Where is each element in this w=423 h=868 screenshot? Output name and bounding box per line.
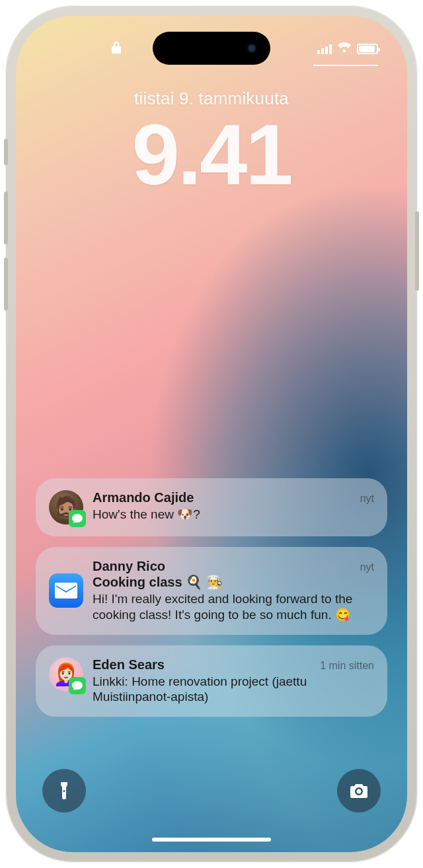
notification-sender: Danny Rico — [93, 559, 165, 574]
notifications-list: 🧔🏽 Armando Cajide nyt How's the new 🐶? — [36, 478, 387, 717]
camera-button[interactable] — [337, 769, 381, 813]
battery-icon — [357, 44, 378, 54]
lock-icon — [111, 41, 122, 57]
quick-actions — [42, 769, 381, 813]
cellular-signal-icon — [317, 44, 332, 54]
notification-item[interactable]: 👩🏻‍🦰 Eden Sears 1 min sitten Linkki: Hom… — [36, 645, 387, 717]
notification-message: Hi! I'm really excited and looking forwa… — [93, 591, 374, 623]
lock-screen[interactable]: tiistai 9. tammikuuta 9.41 🧔🏽 Armando Ca… — [16, 16, 407, 852]
dynamic-island[interactable] — [153, 32, 270, 65]
notification-sender: Armando Cajide — [93, 490, 194, 505]
contact-avatar: 👩🏻‍🦰 — [49, 657, 83, 692]
datetime-widget: tiistai 9. tammikuuta 9.41 — [16, 89, 407, 198]
messages-app-icon — [69, 510, 86, 527]
notification-time: nyt — [360, 493, 374, 505]
volume-down-button[interactable] — [4, 258, 8, 310]
power-button[interactable] — [415, 211, 419, 291]
notification-item[interactable]: 🧔🏽 Armando Cajide nyt How's the new 🐶? — [36, 478, 387, 536]
phone-frame: tiistai 9. tammikuuta 9.41 🧔🏽 Armando Ca… — [7, 7, 416, 861]
silent-switch[interactable] — [4, 139, 8, 165]
mail-app-icon — [49, 573, 83, 608]
messages-app-icon — [69, 677, 86, 694]
notification-item[interactable]: Danny Rico nyt Cooking class 🍳 👨‍🍳 Hi! I… — [36, 547, 387, 635]
contact-avatar: 🧔🏽 — [49, 490, 83, 524]
wifi-icon — [337, 42, 352, 55]
time-label: 9.41 — [16, 112, 407, 198]
notification-subject: Cooking class 🍳 👨‍🍳 — [93, 574, 374, 590]
notification-sender: Eden Sears — [93, 657, 165, 672]
flashlight-button[interactable] — [42, 769, 86, 813]
notification-time: nyt — [360, 561, 374, 573]
home-indicator[interactable] — [152, 838, 271, 842]
notification-message: Linkki: Home renovation project (jaettu … — [93, 674, 374, 705]
volume-up-button[interactable] — [4, 192, 8, 244]
notification-time: 1 min sitten — [320, 660, 374, 672]
notification-message: How's the new 🐶? — [93, 507, 374, 523]
